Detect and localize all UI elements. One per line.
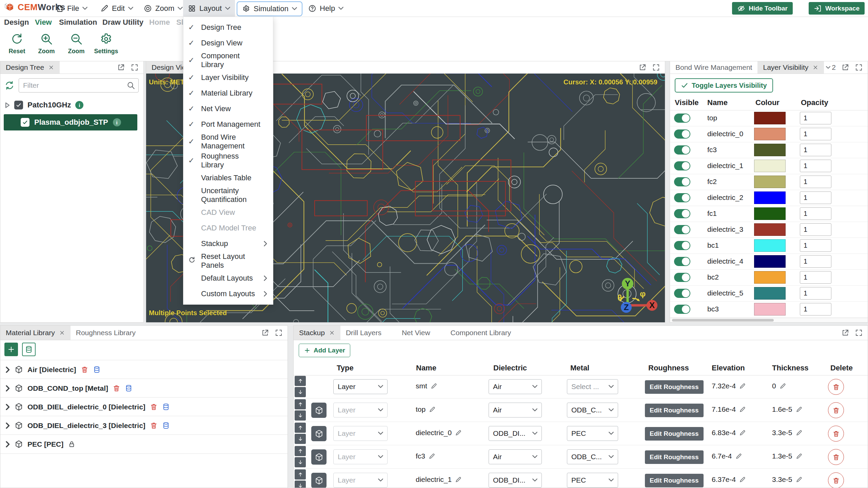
dielectric-select[interactable]: Air <box>489 403 542 418</box>
type-select[interactable]: Layer <box>333 426 388 441</box>
move-up-button[interactable] <box>295 423 306 433</box>
zoom-out-button[interactable]: Zoom <box>62 32 91 55</box>
menu-layout[interactable]: Layout <box>183 0 235 17</box>
tab-draw-utility[interactable]: Draw Utility <box>102 17 143 29</box>
colour-swatch[interactable] <box>754 271 786 284</box>
opacity-input[interactable] <box>800 255 831 268</box>
settings-button[interactable]: Settings <box>92 32 120 55</box>
menu-item-default-layouts[interactable]: Default Layouts <box>183 270 273 286</box>
view-3d-button[interactable] <box>311 403 327 418</box>
move-up-button[interactable] <box>295 399 306 409</box>
trash-icon[interactable] <box>150 422 158 429</box>
component-library-tab[interactable]: Component Library <box>445 326 517 340</box>
visibility-toggle[interactable] <box>674 273 690 282</box>
view-3d-button[interactable] <box>311 426 327 441</box>
edit-pencil-icon[interactable] <box>780 383 786 389</box>
colour-swatch[interactable] <box>754 223 786 236</box>
edit-pencil-icon[interactable] <box>796 430 802 436</box>
opacity-input[interactable] <box>800 144 831 156</box>
opacity-input[interactable] <box>800 128 831 140</box>
tab-overflow-indicator[interactable]: 2 <box>826 63 836 72</box>
colour-swatch[interactable] <box>754 128 786 140</box>
trash-icon[interactable] <box>113 384 120 392</box>
menu-item-custom-layouts[interactable]: Custom Layouts <box>183 286 273 302</box>
workspace-button[interactable]: Workspace <box>809 2 865 15</box>
edit-pencil-icon[interactable] <box>796 453 802 460</box>
edit-pencil-icon[interactable] <box>455 430 461 436</box>
opacity-input[interactable] <box>800 303 831 316</box>
visibility-toggle[interactable] <box>674 257 690 266</box>
opacity-input[interactable] <box>800 160 831 172</box>
tree-item-selected[interactable]: Plasma_odbjob_STP i <box>4 114 137 130</box>
visibility-toggle[interactable] <box>674 114 690 123</box>
material-row-pec[interactable]: PEC [PEC] <box>0 434 288 454</box>
metal-select[interactable]: ODB_C... <box>567 449 618 464</box>
info-icon[interactable]: i <box>75 101 83 109</box>
bond-wire-management-tab[interactable]: Bond Wire Management <box>670 61 757 74</box>
checkbox-checked[interactable] <box>21 118 29 127</box>
opacity-input[interactable] <box>800 207 831 220</box>
menu-item-uncertainty-quantification[interactable]: Uncertainty Quantification <box>183 186 273 205</box>
menu-item-net-view[interactable]: ✓ Net View <box>183 101 273 117</box>
move-up-button[interactable] <box>295 376 306 386</box>
menu-item-design-tree[interactable]: ✓ Design Tree <box>183 20 273 35</box>
menu-item-design-view[interactable]: ✓ Design View <box>183 35 273 51</box>
edit-pencil-icon[interactable] <box>431 383 437 389</box>
close-icon[interactable] <box>59 330 65 336</box>
type-select[interactable]: Layer <box>333 473 388 488</box>
edit-pencil-icon[interactable] <box>429 406 435 413</box>
dielectric-select[interactable]: ODB_DI... <box>489 473 542 488</box>
tab-simulation[interactable]: Simulation <box>59 17 97 29</box>
chevron-right-icon[interactable] <box>6 385 10 391</box>
database-icon[interactable] <box>162 403 170 411</box>
edit-pencil-icon[interactable] <box>739 476 746 483</box>
popout-icon[interactable] <box>261 329 269 337</box>
material-row-odb-diel-3[interactable]: ODB_DIEL_dielectric_3 [Dielectric] <box>0 416 288 435</box>
opacity-input[interactable] <box>800 271 831 284</box>
metal-select[interactable]: PEC <box>567 426 618 441</box>
edit-pencil-icon[interactable] <box>735 453 742 460</box>
toggle-layers-visibility-button[interactable]: Toggle Layers Visibility <box>675 78 773 93</box>
menu-item-bond-wire-management[interactable]: ✓ Bond Wire Management <box>183 132 273 151</box>
material-row-odb-diel-0[interactable]: ODB_DIEL_dielectric_0 [Dielectric] <box>0 397 288 416</box>
move-up-button[interactable] <box>295 469 306 480</box>
edit-pencil-icon[interactable] <box>739 430 746 436</box>
visibility-toggle[interactable] <box>674 177 690 186</box>
visibility-toggle[interactable] <box>674 241 690 250</box>
view-3d-button[interactable] <box>311 449 327 465</box>
metal-select[interactable]: Select ... <box>567 379 618 394</box>
dielectric-select[interactable]: Air <box>489 379 542 394</box>
close-icon[interactable] <box>48 64 54 70</box>
colour-swatch[interactable] <box>754 303 786 316</box>
chevron-right-icon[interactable] <box>6 423 10 429</box>
database-icon[interactable] <box>162 422 170 429</box>
filter-input[interactable] <box>19 78 139 93</box>
visibility-toggle[interactable] <box>674 161 690 170</box>
opacity-input[interactable] <box>800 112 831 124</box>
move-down-button[interactable] <box>295 410 306 421</box>
edit-roughness-button[interactable]: Edit Roughness <box>645 427 704 441</box>
edit-pencil-icon[interactable] <box>796 406 802 413</box>
delete-layer-button[interactable] <box>828 379 844 395</box>
edit-pencil-icon[interactable] <box>739 406 746 413</box>
horizontal-scrollbar[interactable] <box>670 318 868 322</box>
menu-item-port-management[interactable]: ✓ Port Management <box>183 117 273 132</box>
visibility-toggle[interactable] <box>674 129 690 139</box>
design-tree-tab[interactable]: Design Tree <box>0 61 60 74</box>
colour-swatch[interactable] <box>754 239 786 252</box>
chevron-right-icon[interactable] <box>6 441 10 447</box>
tree-item-root[interactable]: Patch10GHz i <box>5 101 83 109</box>
tab-design[interactable]: Design <box>4 17 29 29</box>
colour-swatch[interactable] <box>754 207 786 220</box>
visibility-toggle[interactable] <box>674 225 690 234</box>
move-down-button[interactable] <box>295 387 306 397</box>
colour-swatch[interactable] <box>754 112 786 124</box>
close-icon[interactable] <box>329 330 335 336</box>
fullscreen-icon[interactable] <box>855 63 863 72</box>
move-up-button[interactable] <box>295 446 306 456</box>
menu-zoom[interactable]: Zoom <box>139 0 188 17</box>
material-library-tab[interactable]: Material Library <box>0 326 71 340</box>
delete-layer-button[interactable] <box>828 472 844 488</box>
opacity-input[interactable] <box>800 223 831 236</box>
refresh-icon[interactable] <box>4 80 15 90</box>
